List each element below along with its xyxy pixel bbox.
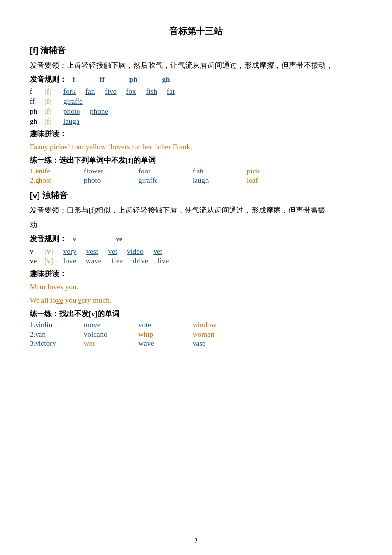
ex-wet: wet (84, 340, 118, 348)
ipa-v1: [v] (44, 247, 63, 256)
v-desc2: 动 (30, 219, 362, 231)
bottom-divider (30, 535, 362, 535)
word-fork: fork (63, 87, 76, 96)
word-very: very (63, 247, 77, 256)
ex-woman: woman (193, 330, 227, 339)
page-number: 2 (0, 537, 392, 545)
word-fan: fan (85, 87, 95, 96)
fun-father: f (154, 143, 156, 151)
f-rules-letters: f ff ph gh (73, 75, 170, 84)
v-rules-heading: 发音规则： v ve (30, 234, 362, 245)
ipa-f4: [f] (44, 117, 63, 126)
f-exercise-heading: 练一练：选出下列单词中不发[f]的单词 (30, 156, 362, 165)
f-rule-ph: ph (129, 75, 138, 84)
f-exercise-row-2: 2.ghost photo giraffe laugh leaf (30, 176, 362, 185)
v-exercise-heading: 练一练：找出不发[v]的单词 (30, 309, 362, 319)
word-vet1: vet (108, 247, 117, 256)
v-rules-label: 发音规则： (30, 235, 67, 243)
v-desc1: 发音要领：口形与[f]相似，上齿轻轻接触下唇，使气流从齿间通过，形成摩擦，但声带… (30, 204, 362, 216)
rule-f: f (30, 87, 44, 96)
word-giraffe: giraffe (63, 97, 83, 106)
word-fish: fish (146, 87, 157, 96)
v-fun-sentence-1: Mom loves you. (30, 281, 362, 293)
f-rules-label: 发音规则： (30, 75, 67, 83)
ex-ghost: 2.ghost (30, 176, 64, 185)
ex-victory: 3.victory (30, 340, 64, 348)
word-fat: fat (167, 87, 175, 96)
ipa-v2: [v] (44, 257, 63, 265)
rule-v: v (30, 247, 44, 256)
word-laugh: laugh (63, 117, 79, 126)
f-desc: 发音要领：上齿轻轻接触下唇，然后吹气，让气流从唇齿间通过，形成摩擦，但声带不振动… (30, 59, 362, 72)
v-word-row-2: ve [v] love wave five drive live (30, 257, 362, 265)
rule-ff: ff (30, 97, 44, 106)
ex-leaf: leaf (247, 176, 281, 185)
v-word-row-1: v [v] very vest vet video vet (30, 247, 362, 256)
v-section-heading: [v] 浊辅音 (30, 190, 362, 201)
v-exercise-row-3: 3.victory wet wave vase (30, 340, 362, 348)
ex-vote: vote (138, 321, 173, 329)
f-rule-f: f (73, 75, 75, 84)
ipa-f3: [f] (44, 107, 63, 116)
word-video: video (127, 247, 143, 256)
ex-flower: flower (84, 167, 118, 175)
word-live: live (158, 257, 169, 265)
ipa-f1: [f] (44, 87, 63, 96)
word-wave: wave (86, 257, 102, 265)
word-vest: vest (86, 247, 98, 256)
f-fun-heading: 趣味拼读： (30, 129, 362, 139)
f-exercise-row-1: 1.knife flower foot fish pick (30, 167, 362, 175)
f-rule-gh: gh (162, 75, 170, 84)
ex-fish: fish (193, 167, 227, 175)
ex-volcano: volcano (84, 330, 118, 339)
word-photo: photo (63, 107, 80, 116)
ex-whip: whip (138, 330, 173, 339)
word-five: five (112, 257, 123, 265)
v-exercise-row-2: 2.van volcano whip woman (30, 330, 362, 339)
v-rule-v: v (73, 235, 77, 243)
page: 音标第十三站 [f] 清辅音 发音要领：上齿轻轻接触下唇，然后吹气，让气流从唇齿… (0, 0, 392, 555)
word-phone: phone (90, 107, 108, 116)
ipa-f2: [f] (44, 97, 63, 106)
ex-window: window (193, 321, 227, 329)
v-fun-heading: 趣味拼读： (30, 269, 362, 279)
f-word-row-3: ph [f] photo phone (30, 107, 362, 116)
top-divider (30, 15, 362, 15)
word-five: five (105, 87, 116, 96)
rule-ve: ve (30, 257, 44, 265)
f-rules-heading: 发音规则： f ff ph gh (30, 75, 362, 85)
word-fox: fox (126, 87, 136, 96)
f-word-row-2: ff [f] giraffe (30, 97, 362, 106)
ex-pick: pick (247, 167, 281, 175)
v-rules-letters: v ve (73, 235, 123, 243)
ex-vase: vase (193, 340, 227, 348)
f-fun-sentence: Fanny picked four yellow flowers for her… (30, 141, 362, 153)
ex-giraffe: giraffe (138, 176, 173, 185)
page-title: 音标第十三站 (30, 25, 362, 37)
f-word-row-1: f [f] fork fan five fox fish fat (30, 87, 362, 96)
ex-van: 2.van (30, 330, 64, 339)
word-love: love (63, 257, 76, 265)
f-word-row-4: gh [f] laugh (30, 117, 362, 126)
rule-gh: gh (30, 117, 44, 126)
word-drive: drive (133, 257, 148, 265)
f-rule-ff: ff (100, 75, 105, 84)
f-section-heading: [f] 清辅音 (30, 45, 362, 56)
ex-violin: 1.violin (30, 321, 64, 329)
fun-frank: F (173, 143, 177, 151)
ex-move: move (84, 321, 118, 329)
fun-four: f (72, 143, 74, 151)
v-rule-ve: ve (116, 235, 122, 243)
fun-fanny: F (30, 143, 34, 151)
v-section: [v] 浊辅音 发音要领：口形与[f]相似，上齿轻轻接触下唇，使气流从齿间通过，… (30, 190, 362, 348)
fun-flowers: f (108, 143, 110, 151)
rule-ph: ph (30, 107, 44, 116)
v-exercise-row-1: 1.violin move vote window (30, 321, 362, 329)
ex-laugh: laugh (193, 176, 227, 185)
ex-wave: wave (138, 340, 173, 348)
v-fun-sentence-2: We all love you very much. (30, 295, 362, 306)
ex-photo: photo (84, 176, 118, 185)
ex-foot: foot (138, 167, 173, 175)
word-vet2: vet (153, 247, 162, 256)
ex-knife: 1.knife (30, 167, 64, 175)
